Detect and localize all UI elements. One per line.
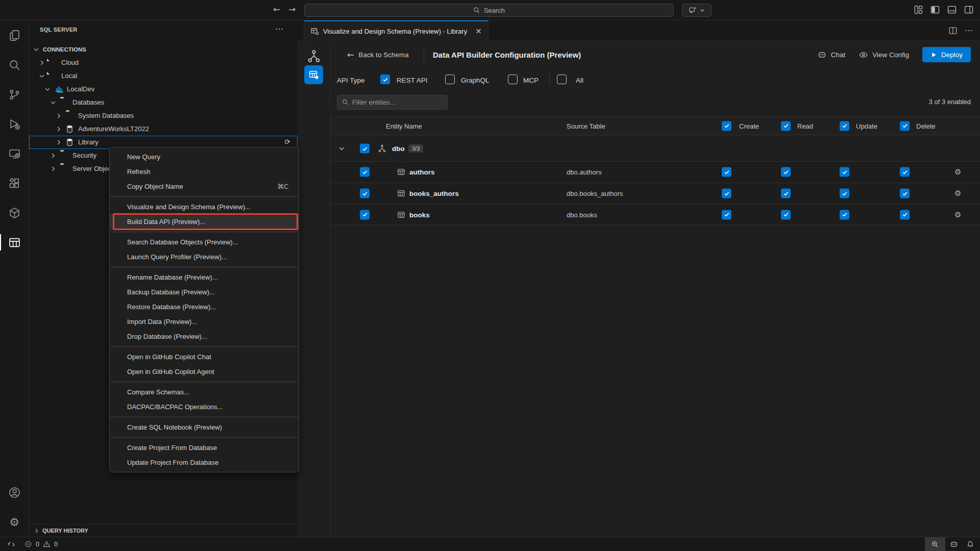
menu-item-drop-database[interactable]: Drop Database (Preview)... <box>110 329 299 344</box>
menu-item-open-copilot-agent[interactable]: Open in GitHub Copilot Agent <box>110 364 299 379</box>
row-settings-gear-icon[interactable]: ⚙ <box>954 189 961 198</box>
mcp-checkbox[interactable] <box>508 74 518 84</box>
toggle-panel-icon[interactable] <box>947 5 957 15</box>
menu-item-launch-query-profiler[interactable]: Launch Query Profiler (Preview)... <box>110 249 299 264</box>
tree-item-connections[interactable]: CONNECTIONS <box>29 43 298 56</box>
tree-item-cloud[interactable]: Cloud <box>29 56 298 69</box>
read-checkbox[interactable] <box>781 189 791 198</box>
row-checkbox[interactable] <box>360 189 370 198</box>
create-checkbox[interactable] <box>722 167 731 177</box>
menu-item-refresh[interactable]: Refresh <box>110 164 299 179</box>
source-control-icon[interactable] <box>0 80 29 109</box>
customize-layout-icon[interactable] <box>913 5 923 15</box>
update-checkbox[interactable] <box>840 210 849 219</box>
menu-item-visualize-design-schema[interactable]: Visualize and Design Schema (Preview)... <box>110 199 299 214</box>
tree-item-system-databases[interactable]: System Databases <box>29 109 298 122</box>
delete-checkbox[interactable] <box>900 210 910 219</box>
explorer-icon[interactable] <box>0 20 29 50</box>
query-history-section[interactable]: QUERY HISTORY <box>29 524 298 537</box>
search-command-center[interactable]: Search <box>304 4 674 17</box>
more-actions-icon[interactable]: ⋯ <box>275 24 283 34</box>
account-icon[interactable] <box>0 478 29 507</box>
menu-item-create-sql-notebook[interactable]: Create SQL Notebook (Preview) <box>110 420 299 435</box>
update-all-checkbox[interactable] <box>840 121 849 131</box>
read-all-checkbox[interactable] <box>781 121 791 131</box>
chat-button[interactable]: Chat <box>817 50 846 60</box>
view-config-button[interactable]: View Config <box>859 50 909 60</box>
toggle-secondary-sidebar-icon[interactable] <box>964 5 974 15</box>
tree-item-databases[interactable]: Databases <box>29 96 298 109</box>
settings-gear-icon[interactable]: ⚙ <box>0 507 29 537</box>
nav-back-icon[interactable]: ← <box>273 4 280 14</box>
row-settings-gear-icon[interactable]: ⚙ <box>954 167 961 177</box>
read-checkbox[interactable] <box>781 210 791 219</box>
rest-api-checkbox[interactable] <box>380 74 390 84</box>
dab-config-tool-icon[interactable] <box>304 65 323 84</box>
menu-item-copy-object-name[interactable]: Copy Object Name⌘C <box>110 179 299 194</box>
schema-group-row[interactable]: dbo 3/3 <box>331 136 980 161</box>
tab-close-icon[interactable]: × <box>475 27 482 36</box>
delete-all-checkbox[interactable] <box>900 121 910 131</box>
menu-item-update-project-from-database[interactable]: Update Project From Database <box>110 455 299 470</box>
copilot-status-icon[interactable] <box>945 537 963 551</box>
entity-row-books-authors[interactable]: books_authors dbo.books_authors ⚙ <box>331 183 980 204</box>
graphql-checkbox[interactable] <box>445 74 455 84</box>
filter-entities-input[interactable] <box>352 98 443 106</box>
update-checkbox[interactable] <box>840 189 849 198</box>
row-checkbox[interactable] <box>360 210 370 219</box>
remote-explorer-icon[interactable] <box>0 139 29 168</box>
update-checkbox[interactable] <box>840 167 849 177</box>
create-all-checkbox[interactable] <box>722 121 731 131</box>
remote-indicator-icon[interactable] <box>7 540 15 548</box>
errors-count[interactable]: 0 <box>36 541 39 548</box>
delete-checkbox[interactable] <box>900 167 910 177</box>
entity-row-books[interactable]: books dbo.books ⚙ <box>331 204 980 225</box>
menu-item-backup-database[interactable]: Backup Database (Preview)... <box>110 285 299 299</box>
tab-visualize-design-schema[interactable]: Visualize and Design Schema (Preview) - … <box>304 20 488 41</box>
create-checkbox[interactable] <box>722 189 731 198</box>
menu-item-rename-database[interactable]: Rename Database (Preview)... <box>110 270 299 285</box>
filter-entities-box[interactable] <box>337 95 448 110</box>
delete-checkbox[interactable] <box>900 189 910 198</box>
errors-icon[interactable] <box>24 540 32 548</box>
zoom-status-item[interactable] <box>925 537 945 551</box>
menu-item-label: Refresh <box>127 168 151 176</box>
menu-item-build-data-api[interactable]: Build Data API (Preview)... <box>110 214 299 229</box>
editor-more-actions-icon[interactable]: ⋯ <box>965 26 973 35</box>
chevron-down-icon[interactable] <box>338 145 346 153</box>
menu-item-search-database-objects[interactable]: Search Database Objects (Preview)... <box>110 235 299 249</box>
menu-item-compare-schemas[interactable]: Compare Schemas... <box>110 385 299 399</box>
extensions-icon[interactable] <box>0 168 29 198</box>
menu-item-new-query[interactable]: New Query <box>110 149 299 164</box>
schema-diagram-tool-icon[interactable] <box>307 49 321 63</box>
tree-item-localdev[interactable]: LocalDev <box>29 83 298 96</box>
warnings-count[interactable]: 0 <box>54 541 58 548</box>
copilot-chat-button[interactable] <box>682 4 712 17</box>
database-projects-icon[interactable] <box>0 198 29 228</box>
tree-item-local[interactable]: Local <box>29 69 298 83</box>
menu-item-create-project-from-database[interactable]: Create Project From Database <box>110 440 299 455</box>
entity-row-authors[interactable]: authors dbo.authors ⚙ <box>331 161 980 182</box>
group-checkbox[interactable] <box>360 144 370 154</box>
run-debug-icon[interactable] <box>0 109 29 139</box>
row-settings-gear-icon[interactable]: ⚙ <box>954 210 961 219</box>
sql-server-extension-icon[interactable] <box>0 228 29 257</box>
create-checkbox[interactable] <box>722 210 731 219</box>
deploy-button[interactable]: Deploy <box>922 47 971 62</box>
warnings-icon[interactable] <box>43 540 51 548</box>
all-checkbox[interactable] <box>557 74 567 84</box>
back-to-schema-link[interactable]: ← Back to Schema <box>347 50 409 60</box>
menu-item-import-data[interactable]: Import Data (Preview)... <box>110 314 299 329</box>
menu-item-dacpac-bacpac[interactable]: DACPAC/BACPAC Operations... <box>110 399 299 414</box>
menu-item-open-copilot-chat[interactable]: Open in GitHub Copilot Chat <box>110 349 299 364</box>
notifications-bell-icon[interactable] <box>963 537 978 551</box>
nav-forward-icon[interactable]: → <box>288 4 296 14</box>
row-checkbox[interactable] <box>360 167 370 177</box>
tree-item-adventureworks[interactable]: AdventureWorksLT2022 <box>29 122 298 136</box>
read-checkbox[interactable] <box>781 167 791 177</box>
toggle-primary-sidebar-icon[interactable] <box>930 5 940 15</box>
search-sidebar-icon[interactable] <box>0 50 29 80</box>
menu-item-restore-database[interactable]: Restore Database (Preview)... <box>110 299 299 314</box>
connect-refresh-icon[interactable]: ⟳ <box>284 138 290 146</box>
split-editor-icon[interactable] <box>948 26 958 35</box>
